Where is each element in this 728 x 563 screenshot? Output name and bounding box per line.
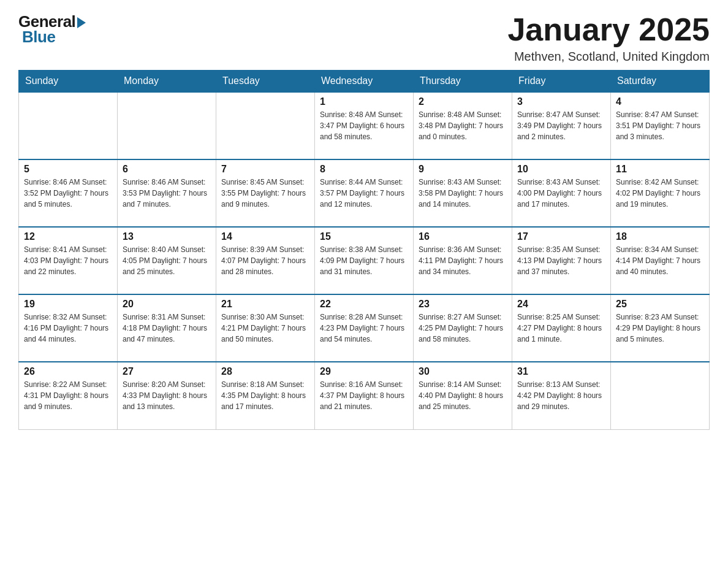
day-number: 18 [616, 231, 704, 242]
calendar-day-cell [611, 362, 710, 429]
day-number: 20 [123, 299, 211, 310]
calendar-day-cell: 22Sunrise: 8:28 AM Sunset: 4:23 PM Dayli… [315, 294, 414, 362]
day-number: 14 [221, 231, 309, 242]
day-number: 27 [123, 366, 211, 377]
day-info: Sunrise: 8:30 AM Sunset: 4:21 PM Dayligh… [221, 312, 309, 345]
calendar-day-cell: 9Sunrise: 8:43 AM Sunset: 3:58 PM Daylig… [414, 159, 512, 227]
calendar-day-cell: 7Sunrise: 8:45 AM Sunset: 3:55 PM Daylig… [216, 159, 315, 227]
day-info: Sunrise: 8:32 AM Sunset: 4:16 PM Dayligh… [24, 312, 112, 345]
day-number: 21 [221, 299, 309, 310]
calendar-week-row: 1Sunrise: 8:48 AM Sunset: 3:47 PM Daylig… [19, 92, 710, 159]
day-info: Sunrise: 8:35 AM Sunset: 4:13 PM Dayligh… [517, 244, 605, 277]
calendar-week-row: 5Sunrise: 8:46 AM Sunset: 3:52 PM Daylig… [19, 159, 710, 227]
calendar-day-cell: 17Sunrise: 8:35 AM Sunset: 4:13 PM Dayli… [512, 227, 611, 294]
day-info: Sunrise: 8:16 AM Sunset: 4:37 PM Dayligh… [320, 379, 408, 412]
day-info: Sunrise: 8:14 AM Sunset: 4:40 PM Dayligh… [419, 379, 507, 412]
location-text: Methven, Scotland, United Kingdom [507, 50, 710, 64]
day-number: 17 [517, 231, 605, 242]
day-number: 26 [24, 366, 112, 377]
day-number: 12 [24, 231, 112, 242]
calendar-day-cell: 13Sunrise: 8:40 AM Sunset: 4:05 PM Dayli… [118, 227, 216, 294]
day-number: 1 [320, 96, 408, 107]
title-section: January 2025 Methven, Scotland, United K… [507, 12, 710, 64]
day-number: 15 [320, 231, 408, 242]
calendar-week-row: 19Sunrise: 8:32 AM Sunset: 4:16 PM Dayli… [19, 294, 710, 362]
weekday-header: Tuesday [216, 71, 315, 93]
calendar-week-row: 26Sunrise: 8:22 AM Sunset: 4:31 PM Dayli… [19, 362, 710, 429]
calendar-day-cell: 28Sunrise: 8:18 AM Sunset: 4:35 PM Dayli… [216, 362, 315, 429]
day-number: 8 [320, 164, 408, 175]
weekday-header: Wednesday [315, 71, 414, 93]
day-number: 11 [616, 164, 704, 175]
weekday-header: Thursday [414, 71, 512, 93]
calendar-day-cell [216, 92, 315, 159]
calendar-day-cell: 27Sunrise: 8:20 AM Sunset: 4:33 PM Dayli… [118, 362, 216, 429]
calendar-day-cell: 4Sunrise: 8:47 AM Sunset: 3:51 PM Daylig… [611, 92, 710, 159]
calendar-day-cell: 24Sunrise: 8:25 AM Sunset: 4:27 PM Dayli… [512, 294, 611, 362]
calendar-day-cell: 6Sunrise: 8:46 AM Sunset: 3:53 PM Daylig… [118, 159, 216, 227]
calendar-day-cell: 8Sunrise: 8:44 AM Sunset: 3:57 PM Daylig… [315, 159, 414, 227]
day-info: Sunrise: 8:28 AM Sunset: 4:23 PM Dayligh… [320, 312, 408, 345]
calendar-day-cell: 31Sunrise: 8:13 AM Sunset: 4:42 PM Dayli… [512, 362, 611, 429]
page-header: General Blue January 2025 Methven, Scotl… [18, 12, 710, 64]
day-info: Sunrise: 8:31 AM Sunset: 4:18 PM Dayligh… [123, 312, 211, 345]
calendar-table: SundayMondayTuesdayWednesdayThursdayFrid… [18, 70, 710, 430]
day-number: 22 [320, 299, 408, 310]
calendar-day-cell: 15Sunrise: 8:38 AM Sunset: 4:09 PM Dayli… [315, 227, 414, 294]
day-number: 30 [419, 366, 507, 377]
day-info: Sunrise: 8:23 AM Sunset: 4:29 PM Dayligh… [616, 312, 704, 345]
day-number: 6 [123, 164, 211, 175]
calendar-day-cell [19, 92, 118, 159]
calendar-day-cell: 3Sunrise: 8:47 AM Sunset: 3:49 PM Daylig… [512, 92, 611, 159]
day-number: 23 [419, 299, 507, 310]
calendar-header-row: SundayMondayTuesdayWednesdayThursdayFrid… [19, 71, 710, 93]
calendar-day-cell: 26Sunrise: 8:22 AM Sunset: 4:31 PM Dayli… [19, 362, 118, 429]
day-info: Sunrise: 8:18 AM Sunset: 4:35 PM Dayligh… [221, 379, 309, 412]
day-info: Sunrise: 8:48 AM Sunset: 3:47 PM Dayligh… [320, 109, 408, 142]
calendar-day-cell: 19Sunrise: 8:32 AM Sunset: 4:16 PM Dayli… [19, 294, 118, 362]
day-info: Sunrise: 8:44 AM Sunset: 3:57 PM Dayligh… [320, 177, 408, 210]
logo: General Blue [18, 12, 86, 47]
day-info: Sunrise: 8:46 AM Sunset: 3:52 PM Dayligh… [24, 177, 112, 210]
day-number: 31 [517, 366, 605, 377]
day-number: 29 [320, 366, 408, 377]
day-number: 9 [419, 164, 507, 175]
day-info: Sunrise: 8:46 AM Sunset: 3:53 PM Dayligh… [123, 177, 211, 210]
logo-blue-text: Blue [22, 28, 55, 47]
day-info: Sunrise: 8:40 AM Sunset: 4:05 PM Dayligh… [123, 244, 211, 277]
day-info: Sunrise: 8:43 AM Sunset: 3:58 PM Dayligh… [419, 177, 507, 210]
calendar-day-cell [118, 92, 216, 159]
calendar-day-cell: 14Sunrise: 8:39 AM Sunset: 4:07 PM Dayli… [216, 227, 315, 294]
day-info: Sunrise: 8:39 AM Sunset: 4:07 PM Dayligh… [221, 244, 309, 277]
day-info: Sunrise: 8:38 AM Sunset: 4:09 PM Dayligh… [320, 244, 408, 277]
day-number: 13 [123, 231, 211, 242]
day-info: Sunrise: 8:41 AM Sunset: 4:03 PM Dayligh… [24, 244, 112, 277]
weekday-header: Sunday [19, 71, 118, 93]
day-info: Sunrise: 8:36 AM Sunset: 4:11 PM Dayligh… [419, 244, 507, 277]
weekday-header: Friday [512, 71, 611, 93]
day-number: 16 [419, 231, 507, 242]
day-number: 19 [24, 299, 112, 310]
calendar-day-cell: 10Sunrise: 8:43 AM Sunset: 4:00 PM Dayli… [512, 159, 611, 227]
day-info: Sunrise: 8:47 AM Sunset: 3:49 PM Dayligh… [517, 109, 605, 142]
calendar-day-cell: 21Sunrise: 8:30 AM Sunset: 4:21 PM Dayli… [216, 294, 315, 362]
calendar-day-cell: 25Sunrise: 8:23 AM Sunset: 4:29 PM Dayli… [611, 294, 710, 362]
day-info: Sunrise: 8:48 AM Sunset: 3:48 PM Dayligh… [419, 109, 507, 142]
weekday-header: Monday [118, 71, 216, 93]
calendar-day-cell: 1Sunrise: 8:48 AM Sunset: 3:47 PM Daylig… [315, 92, 414, 159]
calendar-day-cell: 18Sunrise: 8:34 AM Sunset: 4:14 PM Dayli… [611, 227, 710, 294]
calendar-day-cell: 5Sunrise: 8:46 AM Sunset: 3:52 PM Daylig… [19, 159, 118, 227]
calendar-day-cell: 2Sunrise: 8:48 AM Sunset: 3:48 PM Daylig… [414, 92, 512, 159]
day-number: 5 [24, 164, 112, 175]
day-info: Sunrise: 8:34 AM Sunset: 4:14 PM Dayligh… [616, 244, 704, 277]
day-number: 24 [517, 299, 605, 310]
day-info: Sunrise: 8:27 AM Sunset: 4:25 PM Dayligh… [419, 312, 507, 345]
day-number: 28 [221, 366, 309, 377]
calendar-day-cell: 12Sunrise: 8:41 AM Sunset: 4:03 PM Dayli… [19, 227, 118, 294]
calendar-day-cell: 23Sunrise: 8:27 AM Sunset: 4:25 PM Dayli… [414, 294, 512, 362]
calendar-day-cell: 11Sunrise: 8:42 AM Sunset: 4:02 PM Dayli… [611, 159, 710, 227]
day-number: 10 [517, 164, 605, 175]
day-info: Sunrise: 8:47 AM Sunset: 3:51 PM Dayligh… [616, 109, 704, 142]
day-number: 2 [419, 96, 507, 107]
day-info: Sunrise: 8:13 AM Sunset: 4:42 PM Dayligh… [517, 379, 605, 412]
